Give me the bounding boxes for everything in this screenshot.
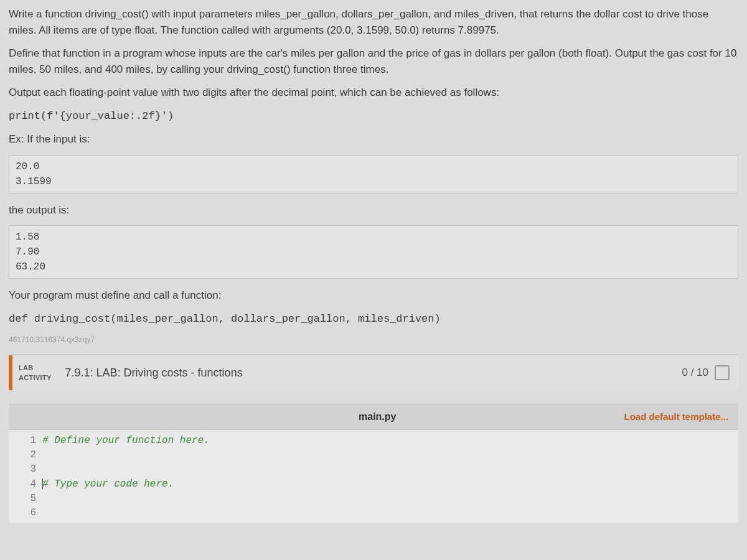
line-number: 2	[9, 448, 42, 462]
editor-line[interactable]: 3	[9, 462, 738, 477]
lab-tag-line1: LAB	[19, 363, 52, 373]
code-editor[interactable]: 1# Define your function here.234# Type y…	[9, 430, 738, 523]
prompt-paragraph-1: Write a function driving_cost() with inp…	[9, 6, 738, 38]
line-number: 4	[9, 477, 42, 492]
print-example-code: print(f'{your_value:.2f}')	[9, 108, 738, 124]
line-number: 1	[9, 434, 42, 448]
example-output-box: 1.58 7.90 63.20	[9, 225, 738, 279]
code-content[interactable]	[42, 462, 738, 477]
lab-title: 7.9.1: LAB: Driving costs - functions	[60, 355, 674, 390]
function-signature: def driving_cost(miles_per_gallon, dolla…	[9, 311, 738, 327]
code-content[interactable]	[42, 492, 738, 506]
code-content[interactable]	[42, 448, 738, 462]
code-content[interactable]: # Type your code here.	[42, 477, 738, 492]
editor-line[interactable]: 6	[9, 506, 738, 520]
prompt-paragraph-2: Define that function in a program whose …	[9, 45, 738, 77]
editor-line[interactable]: 4# Type your code here.	[9, 477, 738, 492]
prompt-paragraph-3: Output each floating-point value with tw…	[9, 85, 738, 101]
line-number: 5	[9, 492, 42, 506]
score-text: 0 / 10	[682, 365, 708, 381]
code-content[interactable]	[42, 506, 738, 520]
example-output-label: the output is:	[9, 202, 738, 218]
line-number: 3	[9, 462, 42, 477]
line-number: 6	[9, 506, 42, 520]
load-default-template-link[interactable]: Load default template...	[624, 410, 728, 424]
lab-activity-tag: LAB ACTIVITY	[9, 355, 60, 390]
output-label-section: the output is:	[9, 202, 738, 218]
lab-activity-bar: LAB ACTIVITY 7.9.1: LAB: Driving costs -…	[9, 354, 738, 390]
prompt-section: Write a function driving_cost() with inp…	[9, 6, 738, 147]
lab-score: 0 / 10	[673, 355, 738, 390]
code-content[interactable]: # Define your function here.	[42, 434, 738, 448]
file-tab[interactable]: main.py	[131, 409, 624, 424]
function-requirement: Your program must define and call a func…	[9, 287, 738, 327]
lab-tag-line2: ACTIVITY	[19, 373, 52, 383]
editor-line[interactable]: 1# Define your function here.	[9, 434, 738, 448]
example-input-label: Ex: If the input is:	[9, 131, 738, 147]
editor-line[interactable]: 5	[9, 492, 738, 506]
editor-line[interactable]: 2	[9, 448, 738, 462]
editor-header: main.py Load default template...	[9, 404, 738, 430]
content-id: 461710.3116374.qx3zqy7	[9, 334, 738, 345]
define-call-label: Your program must define and call a func…	[9, 287, 738, 304]
example-input-box: 20.0 3.1599	[9, 155, 738, 194]
score-checkbox-icon	[715, 365, 730, 380]
